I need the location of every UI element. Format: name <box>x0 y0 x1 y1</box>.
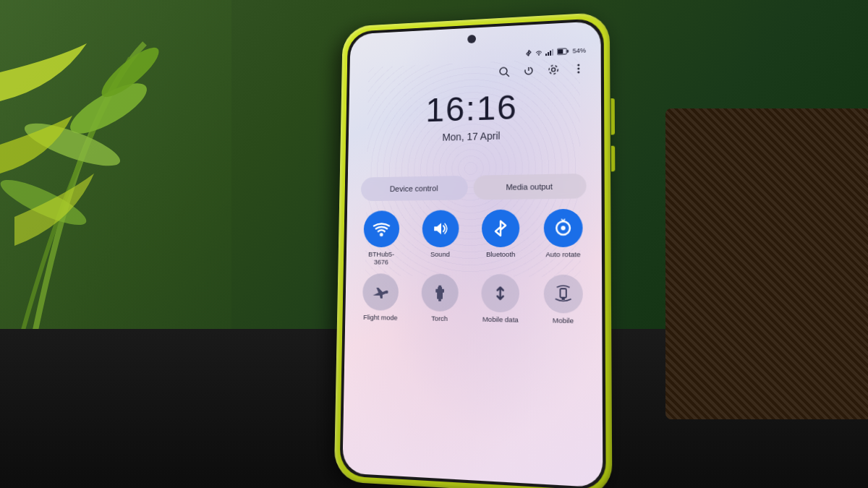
svg-rect-8 <box>550 51 551 56</box>
volume-button[interactable] <box>611 98 616 135</box>
basket-texture <box>665 108 868 419</box>
svg-rect-9 <box>552 49 553 56</box>
wifi-tile-label: BTHub5-3676 <box>362 250 400 266</box>
plant-decoration <box>0 0 231 361</box>
phone-case: 54% <box>334 12 613 488</box>
device-control-button[interactable]: Device control <box>361 176 468 201</box>
svg-rect-29 <box>438 299 441 301</box>
bluetooth-tile-label: Bluetooth <box>486 250 515 259</box>
tile-flight-mode[interactable]: Flight mode <box>354 273 407 322</box>
clock-area: 16:16 Mon, 17 April <box>349 86 602 145</box>
tile-torch[interactable]: Torch <box>413 273 467 322</box>
svg-point-21 <box>577 71 579 73</box>
tile-mobile-data[interactable]: Mobile data <box>473 274 528 324</box>
svg-rect-7 <box>548 52 549 56</box>
flight-mode-tile-icon <box>362 273 399 311</box>
svg-rect-31 <box>561 297 564 299</box>
auto-rotate-tile-label: Auto rotate <box>545 250 580 259</box>
tile-auto-rotate[interactable]: Auto rotate <box>535 209 591 267</box>
wifi-status-icon <box>535 49 542 56</box>
svg-point-17 <box>552 68 556 72</box>
power-button[interactable] <box>611 146 615 172</box>
settings-icon[interactable] <box>546 62 561 77</box>
mobile-hotspot-tile-label: Mobile <box>553 316 574 325</box>
tile-wifi[interactable]: BTHub5-3676 <box>356 210 408 266</box>
svg-point-19 <box>577 64 579 66</box>
quick-tiles-grid: BTHub5-3676 Sound <box>354 209 591 325</box>
flight-mode-tile-label: Flight mode <box>363 313 398 322</box>
svg-point-24 <box>561 226 565 230</box>
svg-rect-6 <box>545 53 547 56</box>
phone-screen: 54% <box>342 21 603 487</box>
svg-rect-30 <box>560 288 566 297</box>
signal-icon <box>545 48 554 56</box>
svg-line-14 <box>506 74 509 77</box>
panel-buttons: Device control Media output <box>361 174 587 201</box>
mobile-data-tile-label: Mobile data <box>482 314 519 323</box>
svg-rect-28 <box>438 285 441 287</box>
torch-tile-label: Torch <box>431 314 448 322</box>
battery-percent: 54% <box>573 47 586 55</box>
status-icons: 54% <box>525 47 586 57</box>
mobile-hotspot-tile-icon <box>543 274 582 313</box>
search-icon[interactable] <box>497 64 511 79</box>
tile-mobile-hotspot[interactable]: Mobile <box>535 274 592 325</box>
svg-rect-0 <box>0 0 231 361</box>
auto-rotate-tile-icon <box>544 209 583 247</box>
sound-tile-label: Sound <box>430 250 450 258</box>
svg-rect-12 <box>558 49 563 53</box>
bluetooth-status-icon <box>525 49 532 56</box>
more-options-icon[interactable] <box>571 61 587 77</box>
svg-point-13 <box>500 67 507 74</box>
svg-point-22 <box>380 233 383 236</box>
phone-body: 54% <box>339 18 605 488</box>
media-output-button[interactable]: Media output <box>473 174 586 200</box>
power-icon[interactable] <box>522 64 536 78</box>
sound-tile-icon <box>422 210 459 247</box>
tile-sound[interactable]: Sound <box>414 210 467 266</box>
torch-tile-icon <box>421 273 458 311</box>
battery-icon <box>557 48 569 56</box>
tile-bluetooth[interactable]: Bluetooth <box>474 210 528 267</box>
svg-point-18 <box>549 65 558 74</box>
wifi-tile-icon <box>364 210 400 247</box>
svg-rect-25 <box>437 291 443 299</box>
mobile-data-tile-icon <box>482 274 520 312</box>
bluetooth-tile-icon <box>482 210 519 247</box>
phone-device: 54% <box>334 12 613 488</box>
svg-point-5 <box>538 54 540 56</box>
svg-point-20 <box>577 67 579 69</box>
svg-rect-11 <box>567 50 569 53</box>
